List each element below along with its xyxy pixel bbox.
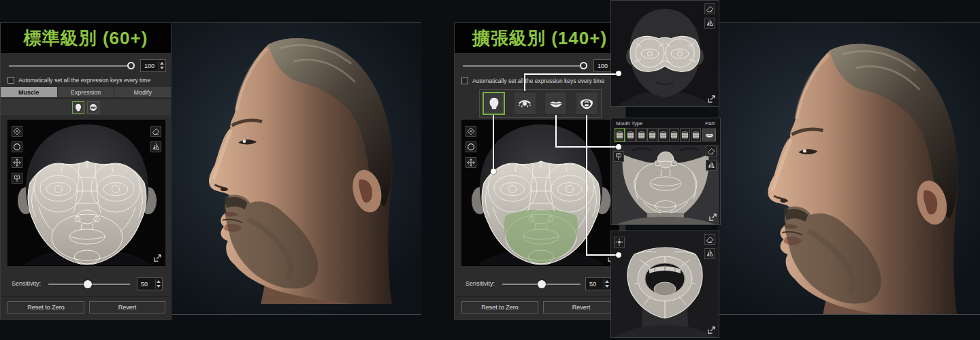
- mouth-type-thumb[interactable]: [647, 128, 657, 142]
- sensitivity-slider-handle[interactable]: [84, 280, 92, 288]
- mirror-button[interactable]: [704, 248, 715, 259]
- muscle-part-strip: [1, 98, 171, 116]
- strength-value: 100: [144, 63, 154, 69]
- key-tool-button[interactable]: [12, 173, 22, 184]
- pan-tool-button[interactable]: [466, 157, 476, 168]
- lips-callout-line: [555, 115, 557, 147]
- auto-key-checkbox[interactable]: [7, 77, 14, 84]
- auto-key-label: Automatically set all the expression key…: [472, 78, 604, 84]
- mouth-type-thumb[interactable]: [669, 128, 679, 142]
- strength-slider-track[interactable]: [463, 65, 584, 67]
- mirror-button[interactable]: [704, 18, 715, 29]
- strength-slider-handle[interactable]: [580, 62, 587, 69]
- head-profile-render: [172, 23, 421, 315]
- orbit-icon: [466, 126, 476, 136]
- grin-icon: [88, 103, 98, 112]
- light-tool-button[interactable]: [614, 237, 625, 248]
- spin-arrows[interactable]: [604, 279, 610, 289]
- pan-tool-button[interactable]: [12, 157, 22, 168]
- key-tool-button[interactable]: [613, 151, 624, 162]
- orbit-tool-button[interactable]: [466, 126, 476, 137]
- expand-viewport-button[interactable]: [707, 326, 716, 335]
- expand-viewport-button[interactable]: [708, 213, 717, 222]
- reset-to-zero-button[interactable]: Reset to Zero: [461, 301, 538, 313]
- rotate-tool-button[interactable]: [466, 141, 476, 152]
- reset-to-zero-button[interactable]: Reset to Zero: [7, 301, 84, 313]
- jaw-open-part-button[interactable]: [576, 92, 598, 115]
- spin-arrows[interactable]: [159, 61, 165, 71]
- muscle-face-render: [8, 120, 165, 266]
- head-muscles-button[interactable]: [72, 101, 84, 114]
- rotate-tool-button[interactable]: [12, 141, 22, 152]
- spin-down-icon[interactable]: [605, 285, 609, 288]
- strength-slider-handle[interactable]: [127, 62, 135, 69]
- sensitivity-label: Sensitivity:: [12, 280, 41, 287]
- eraser-button[interactable]: [706, 146, 717, 156]
- expand-corner-icon: [707, 95, 716, 103]
- lips-callout-dot: [616, 144, 621, 150]
- eraser-icon: [705, 235, 715, 244]
- spin-up-icon[interactable]: [157, 280, 161, 283]
- expand-viewport-button[interactable]: [153, 254, 162, 262]
- extended-title: 擴張級別 (140+): [472, 27, 607, 50]
- mouth-type-thumb[interactable]: [691, 128, 701, 142]
- eye-callout-line: [524, 73, 619, 75]
- tab-modify[interactable]: Modify: [114, 87, 171, 97]
- standard-muscle-viewport[interactable]: [7, 120, 165, 266]
- revert-button[interactable]: Revert: [89, 301, 165, 313]
- mouth-region-render: [612, 145, 719, 225]
- mouth-type-thumb[interactable]: [658, 128, 668, 142]
- mouth-type-thumb[interactable]: [636, 128, 647, 142]
- auto-key-checkbox[interactable]: [461, 78, 468, 84]
- light-icon: [615, 237, 624, 247]
- lips-callout-line: [555, 146, 619, 148]
- expand-viewport-button[interactable]: [707, 95, 716, 103]
- mirror-icon: [151, 142, 161, 152]
- lips-part-button[interactable]: [544, 92, 567, 115]
- head-icon: [74, 103, 83, 112]
- mouth-type-thumb[interactable]: [680, 128, 690, 142]
- spin-up-icon[interactable]: [605, 280, 609, 283]
- spin-down-icon[interactable]: [157, 285, 161, 288]
- eraser-icon: [705, 4, 715, 14]
- expand-corner-icon: [153, 254, 162, 262]
- teeth-muscles-button[interactable]: [87, 101, 99, 114]
- sensitivity-value: 50: [589, 281, 596, 288]
- extended-muscle-viewport[interactable]: [461, 120, 619, 266]
- eye-callout-line: [524, 73, 525, 91]
- strength-slider-track[interactable]: [9, 65, 131, 67]
- sensitivity-slider-handle[interactable]: [538, 280, 546, 288]
- strength-value-spinbox[interactable]: 100: [140, 59, 166, 72]
- muscle-face-render: [462, 120, 619, 266]
- eye-region-panel: [610, 0, 719, 107]
- lips-icon: [704, 130, 715, 140]
- auto-key-label: Automatically set all the expression key…: [18, 77, 150, 84]
- sensitivity-spinbox[interactable]: 50: [137, 277, 163, 290]
- mirror-button[interactable]: [706, 160, 717, 171]
- face-part-button[interactable]: [483, 92, 505, 115]
- eraser-button[interactable]: [704, 234, 715, 245]
- mirror-icon: [706, 160, 716, 170]
- revert-button[interactable]: Revert: [543, 301, 619, 313]
- teeth-icon: [648, 129, 657, 141]
- tab-expression[interactable]: Expression: [58, 87, 114, 97]
- expand-corner-icon: [707, 326, 716, 335]
- orbit-icon: [12, 126, 22, 136]
- sensitivity-value: 50: [141, 281, 148, 288]
- eraser-button[interactable]: [704, 3, 715, 14]
- mouth-type-thumb[interactable]: [615, 128, 625, 142]
- part-lips-button[interactable]: [702, 129, 716, 141]
- head-profile-render: [718, 23, 980, 315]
- spin-arrows[interactable]: [155, 279, 161, 289]
- face-callout-dot: [491, 169, 496, 174]
- tab-muscle[interactable]: Muscle: [1, 87, 57, 97]
- sensitivity-spinbox[interactable]: 50: [585, 277, 611, 290]
- eraser-button[interactable]: [150, 126, 161, 137]
- spin-down-icon[interactable]: [160, 67, 164, 69]
- mouth-type-thumb[interactable]: [625, 128, 636, 142]
- mirror-button[interactable]: [150, 141, 161, 152]
- eye-part-button[interactable]: [514, 92, 536, 115]
- mouth-type-panel: Mouth Type Part: [610, 118, 721, 225]
- orbit-tool-button[interactable]: [12, 126, 22, 137]
- spin-up-icon[interactable]: [160, 62, 164, 65]
